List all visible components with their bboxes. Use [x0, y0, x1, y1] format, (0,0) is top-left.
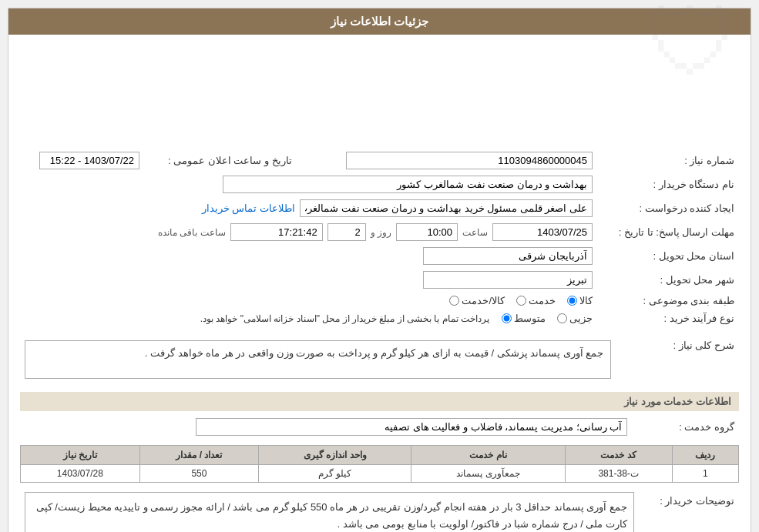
announce-value-input[interactable]	[39, 152, 139, 169]
category-label: طبقه بندی موضوعی :	[597, 292, 739, 309]
city-label: شهر محل تحویل :	[597, 268, 739, 292]
col-service-name: نام خدمت	[411, 446, 565, 465]
service-table: ردیف کد خدمت نام خدمت واحد اندازه گیری ت…	[20, 445, 739, 483]
deadline-label: مهلت ارسال پاسخ: تا تاریخ :	[597, 220, 739, 244]
service-group-input[interactable]	[196, 418, 627, 436]
deadline-time-label: ساعت	[462, 227, 488, 238]
cell-row-num: 1	[672, 465, 738, 483]
cell-service-name: جمعآوری پسماند	[411, 465, 565, 483]
buyer-org-input[interactable]	[223, 176, 593, 193]
purchase-type-note: پرداخت تمام یا بخشی از مبلغ خریدار از مح…	[200, 313, 489, 324]
deadline-remain-label: ساعت باقی مانده	[158, 227, 226, 238]
purchase-type-jozii[interactable]: جزیی	[557, 313, 593, 324]
purchase-type-label: نوع فرآیند خرید :	[597, 309, 739, 327]
buyer-notes-text: جمع آوری پسماند حداقل 3 بار در هفته انجا…	[36, 501, 627, 530]
col-unit: واحد اندازه گیری	[259, 446, 411, 465]
table-row: 1 ت-38-381 جمعآوری پسماند کیلو گرم 550 1…	[21, 465, 739, 483]
category-radio-group: کالا خدمت کالا/خدمت	[449, 295, 593, 306]
cell-quantity: 550	[139, 465, 259, 483]
deadline-days-input[interactable]	[327, 223, 366, 241]
buyer-notes-box: جمع آوری پسماند حداقل 3 بار در هفته انجا…	[25, 492, 634, 532]
creator-input[interactable]	[300, 199, 593, 217]
buyer-notes-label: توضیحات خریدار :	[639, 489, 739, 532]
cell-date: 1403/07/28	[21, 465, 140, 483]
purchase-type-radio-group: جزیی متوسط	[502, 313, 593, 324]
info-table: شماره نیاز : تاریخ و ساعت اعلان عمومی : …	[20, 149, 739, 327]
need-desc-label: شرح کلی نیاز :	[616, 333, 740, 386]
service-group-label: گروه خدمت :	[632, 415, 739, 439]
province-input[interactable]	[423, 247, 593, 265]
purchase-jozii-label: جزیی	[569, 313, 593, 324]
purchase-type-motevaset[interactable]: متوسط	[502, 313, 546, 324]
service-info-section: اطلاعات خدمات مورد نیاز	[20, 392, 739, 411]
creator-contact-link[interactable]: اطلاعات تماس خریدار	[202, 202, 295, 214]
cell-service-code: ت-38-381	[565, 465, 672, 483]
category-kala-khedmat-label: کالا/خدمت	[462, 295, 505, 306]
need-desc-table: شرح کلی نیاز : جمع آوری پسماند پزشکی / ق…	[20, 333, 739, 386]
col-row-num: ردیف	[672, 446, 738, 465]
col-date: تاریخ نیاز	[21, 446, 140, 465]
page-title: جزئیات اطلاعات نیاز	[331, 15, 428, 28]
category-khedmat-label: خدمت	[529, 295, 556, 306]
category-radio-kala-khedmat[interactable]: کالا/خدمت	[449, 295, 505, 306]
category-radio-khedmat[interactable]: خدمت	[516, 295, 556, 306]
service-info-title: اطلاعات خدمات مورد نیاز	[624, 396, 731, 407]
buyer-org-label: نام دستگاه خریدار :	[597, 172, 739, 196]
buyer-notes-table: توضیحات خریدار : جمع آوری پسماند حداقل 3…	[20, 489, 739, 532]
col-quantity: تعداد / مقدار	[139, 446, 259, 465]
purchase-motevaset-label: متوسط	[514, 313, 546, 324]
city-input[interactable]	[423, 271, 593, 289]
province-label: استان محل تحویل :	[597, 244, 739, 268]
need-desc-text: جمع آوری پسماند پزشکی / قیمت به ازای هر …	[145, 347, 604, 359]
page-header: جزئیات اطلاعات نیاز	[8, 8, 751, 35]
creator-label: ایجاد کننده درخواست :	[597, 196, 739, 220]
need-desc-box: جمع آوری پسماند پزشکی / قیمت به ازای هر …	[25, 340, 611, 379]
cell-unit: کیلو گرم	[259, 465, 411, 483]
announce-label: تاریخ و ساعت اعلان عمومی :	[144, 149, 307, 172]
col-service-code: کد خدمت	[565, 446, 672, 465]
deadline-time-input[interactable]	[396, 223, 458, 241]
category-kala-label: کالا	[579, 295, 593, 306]
deadline-date-input[interactable]	[492, 223, 593, 241]
service-group-table: گروه خدمت :	[20, 415, 739, 439]
need-number-label: شماره نیاز :	[597, 149, 739, 172]
need-number-input[interactable]	[346, 152, 593, 169]
category-radio-kala[interactable]: کالا	[567, 295, 593, 306]
deadline-days-label: روز و	[371, 227, 391, 238]
deadline-remain-input[interactable]	[230, 223, 323, 241]
